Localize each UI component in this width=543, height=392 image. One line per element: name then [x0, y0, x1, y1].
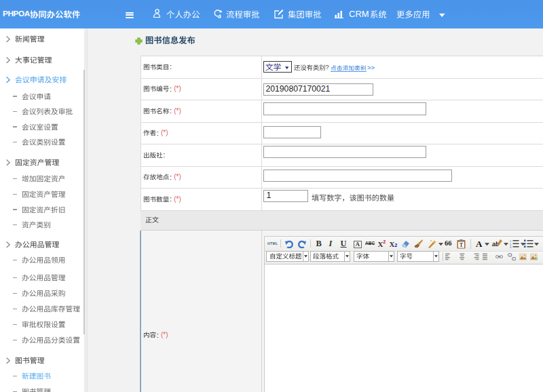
svg-text:3: 3 — [510, 246, 512, 248]
svg-text:T: T — [460, 242, 463, 248]
